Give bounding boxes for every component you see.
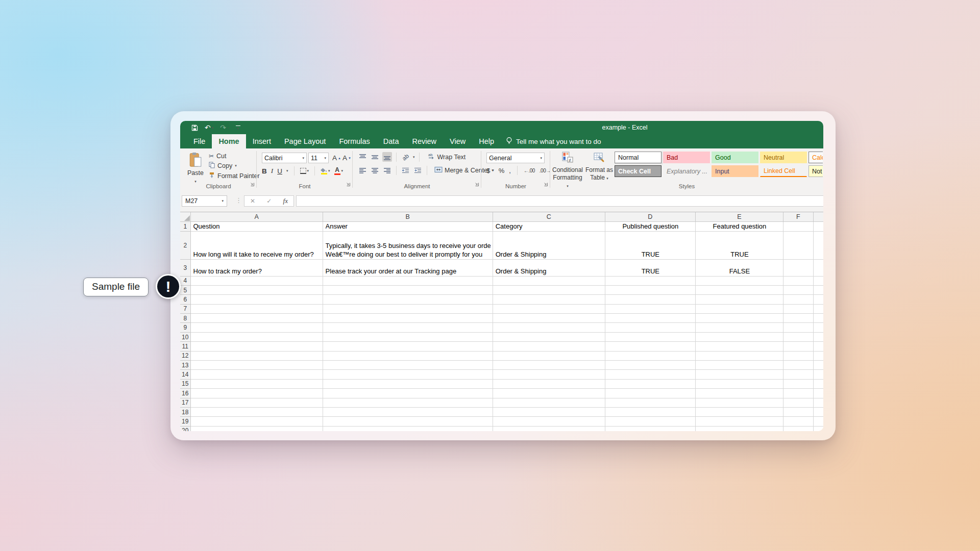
cell-B6[interactable]: [323, 295, 493, 304]
cell-F5[interactable]: [783, 285, 813, 294]
cell-A12[interactable]: [190, 351, 323, 360]
paste-button[interactable]: Paste ▾: [185, 152, 206, 184]
fill-color-dropdown-icon[interactable]: ▾: [328, 169, 330, 173]
cell-D18[interactable]: [605, 407, 695, 416]
row-number-2[interactable]: 2: [180, 231, 190, 259]
cell-E1[interactable]: Featured question: [695, 221, 783, 231]
style-bad[interactable]: Bad: [663, 152, 710, 163]
number-format-select[interactable]: General▾: [486, 153, 545, 163]
increase-font-icon[interactable]: A▲: [332, 154, 341, 162]
row-number-6[interactable]: 6: [180, 295, 190, 304]
cell-B13[interactable]: [323, 361, 493, 370]
save-icon[interactable]: [191, 124, 198, 131]
font-color-dropdown-icon[interactable]: ▾: [341, 169, 344, 173]
row-number-8[interactable]: 8: [180, 314, 190, 323]
cell-C13[interactable]: [493, 361, 605, 370]
cell-C3[interactable]: Order & Shipping: [493, 259, 605, 276]
cell-B14[interactable]: [323, 370, 493, 379]
cell-C20[interactable]: [493, 426, 605, 431]
cell-D14[interactable]: [605, 370, 695, 379]
cell-E12[interactable]: [695, 351, 783, 360]
cell-D1[interactable]: Published question: [605, 221, 695, 231]
cell-F3[interactable]: [783, 259, 813, 276]
row-number-12[interactable]: 12: [180, 351, 190, 360]
cell-D13[interactable]: [605, 361, 695, 370]
cell-B4[interactable]: [323, 276, 493, 285]
font-size-select[interactable]: 11▾: [308, 153, 329, 163]
alignment-dialog-launcher-icon[interactable]: [474, 181, 479, 188]
cell-B1[interactable]: Answer: [323, 221, 493, 231]
customize-qat-icon[interactable]: ▾: [236, 126, 240, 130]
cell-D7[interactable]: [605, 304, 695, 313]
format-as-table-button[interactable]: Format as Table ▾: [585, 151, 614, 182]
cell-G12[interactable]: [813, 351, 823, 360]
cell-A10[interactable]: [190, 332, 323, 341]
cell-G7[interactable]: [813, 304, 823, 313]
row-number-9[interactable]: 9: [180, 323, 190, 332]
tell-me-box[interactable]: Tell me what you want to do: [501, 134, 606, 148]
column-header-D[interactable]: D: [605, 212, 695, 221]
cell-B2[interactable]: Typically, it takes 3-5 business days to…: [323, 231, 493, 259]
style-linked-cell[interactable]: Linked Cell: [760, 165, 807, 177]
cell-E2[interactable]: TRUE: [695, 231, 783, 259]
cell-D2[interactable]: TRUE: [605, 231, 695, 259]
cell-E15[interactable]: [695, 379, 783, 388]
row-number-5[interactable]: 5: [180, 285, 190, 294]
cell-D10[interactable]: [605, 332, 695, 341]
cancel-icon[interactable]: ✕: [250, 197, 255, 205]
copy-button[interactable]: Copy ▾: [209, 162, 260, 170]
orientation-button[interactable]: ab: [401, 152, 410, 162]
cell-C18[interactable]: [493, 407, 605, 416]
cell-G16[interactable]: [813, 389, 823, 398]
cell-G1[interactable]: [813, 221, 823, 231]
cell-B8[interactable]: [323, 314, 493, 323]
cell-F16[interactable]: [783, 389, 813, 398]
cell-G10[interactable]: [813, 332, 823, 341]
cell-B18[interactable]: [323, 407, 493, 416]
cell-F19[interactable]: [783, 417, 813, 426]
cell-G20[interactable]: [813, 426, 823, 431]
tab-insert[interactable]: Insert: [246, 134, 278, 148]
font-dialog-launcher-icon[interactable]: [346, 181, 351, 188]
cell-F10[interactable]: [783, 332, 813, 341]
cell-D15[interactable]: [605, 379, 695, 388]
cell-G5[interactable]: [813, 285, 823, 294]
cell-G3[interactable]: [813, 259, 823, 276]
cell-E4[interactable]: [695, 276, 783, 285]
font-color-button[interactable]: A ▾: [334, 167, 344, 175]
cell-A17[interactable]: [190, 398, 323, 407]
cell-F2[interactable]: [783, 231, 813, 259]
column-header-partial[interactable]: [813, 212, 823, 221]
row-number-18[interactable]: 18: [180, 407, 190, 416]
cell-D8[interactable]: [605, 314, 695, 323]
cell-B12[interactable]: [323, 351, 493, 360]
align-center-icon[interactable]: [370, 165, 380, 175]
cell-E9[interactable]: [695, 323, 783, 332]
cell-A20[interactable]: [190, 426, 323, 431]
comma-button[interactable]: ,: [509, 167, 511, 174]
cell-C2[interactable]: Order & Shipping: [493, 231, 605, 259]
decrease-indent-icon[interactable]: [401, 165, 410, 175]
cell-F13[interactable]: [783, 361, 813, 370]
orientation-dropdown-icon[interactable]: ▾: [413, 155, 415, 159]
cell-C5[interactable]: [493, 285, 605, 294]
cell-B11[interactable]: [323, 342, 493, 351]
cell-A14[interactable]: [190, 370, 323, 379]
cell-E17[interactable]: [695, 398, 783, 407]
cell-F6[interactable]: [783, 295, 813, 304]
cell-A5[interactable]: [190, 285, 323, 294]
cell-A16[interactable]: [190, 389, 323, 398]
number-dialog-launcher-icon[interactable]: [543, 181, 548, 188]
row-number-15[interactable]: 15: [180, 379, 190, 388]
cell-D16[interactable]: [605, 389, 695, 398]
row-number-1[interactable]: 1: [180, 221, 190, 231]
clipboard-dialog-launcher-icon[interactable]: [250, 181, 255, 188]
cell-B15[interactable]: [323, 379, 493, 388]
cell-B3[interactable]: Please track your order at our Tracking …: [323, 259, 493, 276]
increase-decimal-button[interactable]: ←.00: [524, 168, 535, 173]
cell-F17[interactable]: [783, 398, 813, 407]
cell-E18[interactable]: [695, 407, 783, 416]
cell-F11[interactable]: [783, 342, 813, 351]
cell-G2[interactable]: [813, 231, 823, 259]
align-top-icon[interactable]: [358, 152, 368, 162]
